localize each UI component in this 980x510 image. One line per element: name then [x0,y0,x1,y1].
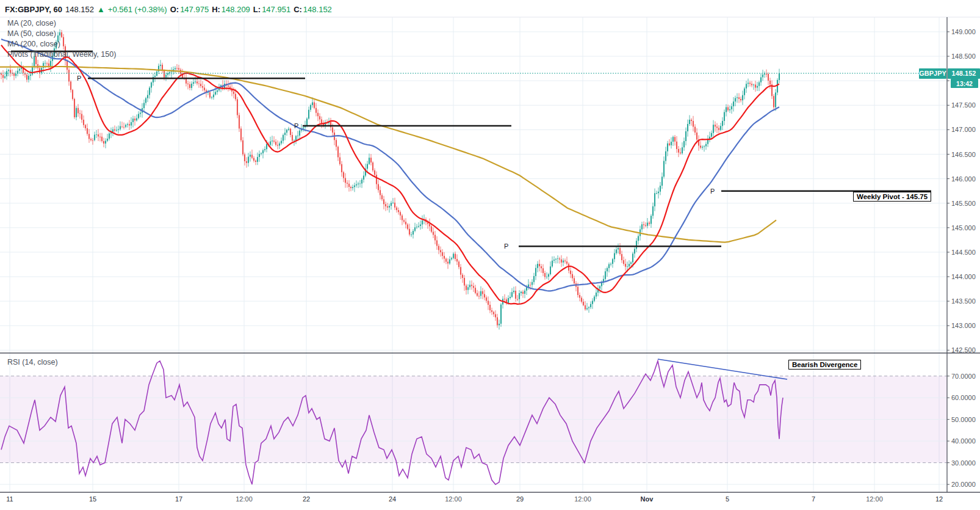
time-axis-label[interactable]: 12:00 [574,495,591,503]
rsi-axis-label[interactable]: 50.0000 [951,416,976,423]
symbol-price-flag: GBPJPY [919,68,946,79]
rsi-axis-label[interactable]: 20.0000 [951,481,976,488]
price-axis-label[interactable]: 147.000 [951,126,976,133]
time-axis-label[interactable]: 24 [389,495,396,503]
price-axis-label[interactable]: 142.500 [951,346,976,354]
symbol-title[interactable]: FX:GBPJPY, 60 [5,5,62,14]
high-value: H:148.209 [212,5,250,14]
price-axis-label[interactable]: 143.000 [951,322,976,329]
time-axis-label[interactable]: Nov [641,495,654,503]
low-value: L:147.951 [253,5,290,14]
price-axis-label[interactable]: 149.000 [951,28,976,35]
price-axis-label[interactable]: 144.500 [951,249,976,256]
rsi-axis-label[interactable]: 70.0000 [951,373,976,380]
legend-item[interactable]: MA (50, close) [7,29,116,39]
last-price-value: 148.152 [65,5,94,14]
legend-item[interactable]: MA (20, close) [7,18,116,29]
open-value: O:147.975 [170,5,209,14]
chart-canvas[interactable] [0,0,980,510]
legend-item[interactable]: MA (200, close) [7,39,116,49]
price-axis-label[interactable]: 146.000 [951,175,976,183]
bar-countdown-badge: 13:42 [951,79,978,88]
price-axis-label[interactable]: 148.500 [951,53,976,60]
legend-item[interactable]: Pivots (Traditional, Weekly, 150) [7,49,116,60]
ma-20-line[interactable] [1,45,779,304]
rsi-axis-label[interactable]: 40.0000 [951,437,976,445]
price-axis-label[interactable]: 143.500 [951,297,976,305]
last-price-axis-badge: 148.152 [948,68,980,79]
pivot-p-label: P [504,242,508,250]
time-axis-label[interactable]: 29 [516,495,524,503]
indicator-legend: MA (20, close)MA (50, close)MA (200, clo… [7,18,116,60]
time-axis-label[interactable]: 15 [89,495,96,503]
time-axis-label[interactable]: 5 [726,495,729,503]
time-axis-label[interactable]: 12:00 [236,495,253,503]
candles[interactable] [1,29,779,330]
weekly-pivot-label[interactable]: Weekly Pivot - 145.75 [853,192,931,202]
price-axis-label[interactable]: 146.500 [951,151,976,158]
time-axis-label[interactable]: 12:00 [445,495,462,503]
bearish-divergence-label[interactable]: Bearish Divergence [788,360,861,370]
time-axis-label[interactable]: 17 [175,495,182,503]
price-up-arrow-icon: ▲ [97,5,105,14]
rsi-axis-label[interactable]: 30.0000 [951,459,976,467]
time-axis-label[interactable]: 12 [935,495,943,503]
time-axis-label[interactable]: 7 [812,495,815,503]
pivot-p-label: P [77,75,81,82]
price-axis-label[interactable]: 145.000 [951,224,976,231]
rsi-axis-label[interactable]: 60.0000 [951,394,976,401]
price-change: +0.561 (+0.38%) [108,5,167,14]
symbol-header: FX:GBPJPY, 60 148.152 ▲ +0.561 (+0.38%) … [5,3,332,15]
price-axis-label[interactable]: 144.000 [951,273,976,280]
ma-50-line[interactable] [1,39,779,291]
pivot-p-label: P [294,122,298,129]
price-axis-label[interactable]: 147.500 [951,101,976,109]
pivot-p-label: P [710,188,715,195]
time-axis-label[interactable]: 12:00 [866,495,883,503]
close-value: C:148.152 [294,5,332,14]
tradingview-chart-window: FX:GBPJPY, 60 148.152 ▲ +0.561 (+0.38%) … [0,0,980,510]
rsi-legend[interactable]: RSI (14, close) [7,358,58,366]
time-axis-label[interactable]: 11 [6,495,13,503]
time-axis-label[interactable]: 22 [303,495,310,503]
price-axis-label[interactable]: 145.500 [951,200,976,207]
